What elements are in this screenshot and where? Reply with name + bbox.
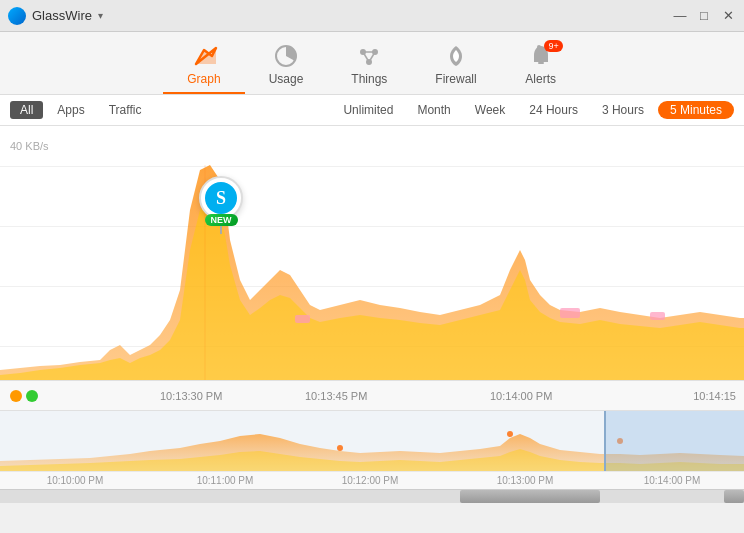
svg-point-10 xyxy=(537,45,541,49)
svg-rect-9 xyxy=(538,62,544,64)
mini-time-3: 10:12:00 PM xyxy=(342,475,399,486)
things-icon xyxy=(355,42,383,70)
new-badge: NEW xyxy=(205,214,238,226)
title-bar: GlassWire ▾ — □ ✕ xyxy=(0,0,744,32)
tab-usage[interactable]: Usage xyxy=(245,38,328,94)
tab-alerts[interactable]: 9+ Alerts xyxy=(501,38,581,94)
tab-graph[interactable]: Graph xyxy=(163,38,244,94)
filter-all[interactable]: All xyxy=(10,101,43,119)
close-button[interactable]: ✕ xyxy=(720,8,736,24)
svg-rect-13 xyxy=(650,312,665,320)
mini-time-labels: 10:10:00 PM 10:11:00 PM 10:12:00 PM 10:1… xyxy=(0,471,744,489)
main-chart: 40 KB/s S NEW xyxy=(0,126,744,381)
tab-firewall[interactable]: Firewall xyxy=(411,38,500,94)
mini-time-2: 10:11:00 PM xyxy=(197,475,254,486)
maximize-button[interactable]: □ xyxy=(696,8,712,24)
svg-line-7 xyxy=(363,52,369,62)
skype-icon: S xyxy=(205,182,237,214)
tab-things[interactable]: Things xyxy=(327,38,411,94)
firewall-icon xyxy=(442,42,470,70)
svg-rect-12 xyxy=(560,308,580,318)
title-bar-left: GlassWire ▾ xyxy=(8,7,103,25)
time-1415: 10:14:15 xyxy=(693,390,736,402)
title-bar-controls: — □ ✕ xyxy=(672,8,736,24)
time-3h[interactable]: 3 Hours xyxy=(592,101,654,119)
graph-icon xyxy=(190,42,218,70)
nav-tabs: Graph Usage Things xyxy=(0,32,744,95)
app-name: GlassWire xyxy=(32,8,92,23)
scrollbar-track xyxy=(0,489,744,503)
time-week[interactable]: Week xyxy=(465,101,515,119)
time-1330: 10:13:30 PM xyxy=(160,390,222,402)
dot-orange xyxy=(10,390,22,402)
title-chevron[interactable]: ▾ xyxy=(98,10,103,21)
app-logo xyxy=(8,7,26,25)
minimize-button[interactable]: — xyxy=(672,8,688,24)
filter-traffic[interactable]: Traffic xyxy=(99,101,152,119)
app-popup[interactable]: S NEW xyxy=(195,176,247,236)
mini-chart xyxy=(0,411,744,471)
chart-svg xyxy=(0,150,744,380)
mini-time-1: 10:10:00 PM xyxy=(47,475,104,486)
tab-graph-label: Graph xyxy=(187,72,220,86)
popup-stem xyxy=(220,226,222,234)
filter-bar: All Apps Traffic Unlimited Month Week 24… xyxy=(0,95,744,126)
time-5min[interactable]: 5 Minutes xyxy=(658,101,734,119)
time-1345: 10:13:45 PM xyxy=(305,390,367,402)
time-24h[interactable]: 24 Hours xyxy=(519,101,588,119)
tab-alerts-label: Alerts xyxy=(525,72,556,86)
time-unlimited[interactable]: Unlimited xyxy=(333,101,403,119)
alerts-badge: 9+ xyxy=(544,40,562,52)
svg-point-16 xyxy=(507,431,513,437)
mini-time-4: 10:13:00 PM xyxy=(497,475,554,486)
dot-green xyxy=(26,390,38,402)
scrollbar-thumb[interactable] xyxy=(460,490,600,503)
svg-line-8 xyxy=(369,52,375,62)
scrollbar-right-thumb[interactable] xyxy=(724,490,744,503)
tab-things-label: Things xyxy=(351,72,387,86)
time-month[interactable]: Month xyxy=(407,101,460,119)
time-1400: 10:14:00 PM xyxy=(490,390,552,402)
svg-rect-11 xyxy=(295,315,310,323)
timeline-bar: 10:13:30 PM 10:13:45 PM 10:14:00 PM 10:1… xyxy=(0,381,744,411)
tab-usage-label: Usage xyxy=(269,72,304,86)
mini-time-5: 10:14:00 PM xyxy=(644,475,701,486)
mini-selection[interactable] xyxy=(604,411,744,471)
tab-firewall-label: Firewall xyxy=(435,72,476,86)
filter-apps[interactable]: Apps xyxy=(47,101,94,119)
usage-icon xyxy=(272,42,300,70)
svg-point-15 xyxy=(337,445,343,451)
